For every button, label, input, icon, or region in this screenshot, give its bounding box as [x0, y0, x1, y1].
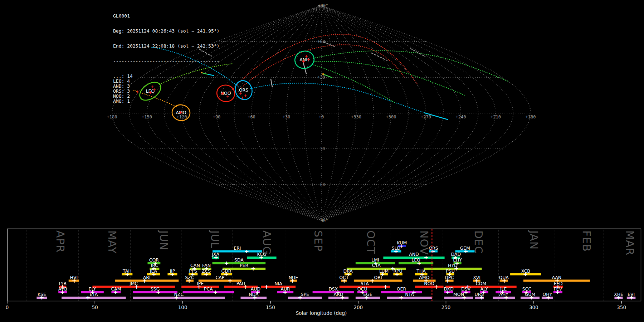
- radiant-plus-marker: [239, 92, 242, 95]
- sky-meridian-line: [252, 6, 321, 220]
- sky-longitude-label: +90: [213, 114, 221, 119]
- sky-longitude-label: +180: [526, 114, 536, 119]
- shower-row: ERI+SLD+ORS+GEM+: [213, 245, 474, 255]
- peak-marker-avb: +: [60, 289, 65, 296]
- peak-marker-tah: +: [125, 271, 130, 278]
- peak-marker-urs: +: [479, 294, 484, 301]
- peak-marker-mon: +: [462, 294, 467, 301]
- shower-label-cta: CTA: [372, 263, 381, 268]
- peak-marker-ipe: +: [197, 283, 201, 290]
- peak-marker-pca: +: [213, 289, 218, 296]
- sky-meridian-line: [182, 6, 321, 220]
- peak-marker-zcs: +: [204, 271, 209, 278]
- x-axis-tick-label: 100: [178, 304, 187, 310]
- peak-marker-kcg: +: [259, 254, 263, 261]
- x-axis-tick-label: 50: [92, 304, 98, 310]
- shower-label-eri: ERI: [234, 245, 241, 251]
- x-axis-tick-label: 200: [353, 304, 363, 310]
- peak-marker-ari: +: [142, 277, 147, 284]
- peak-marker-nta: +: [399, 294, 404, 301]
- peak-marker-oct: +: [342, 277, 346, 284]
- sky-latitude-label: -60: [317, 182, 325, 187]
- meteor-trail-dot: [312, 64, 394, 102]
- radiant-plus-marker: [151, 86, 154, 88]
- meteor-trail-dot: [250, 83, 423, 112]
- plus-icon: [151, 86, 154, 88]
- peak-marker-xcb: +: [523, 271, 528, 278]
- peak-marker-sta: +: [383, 283, 388, 290]
- peak-marker-cam: +: [113, 289, 118, 296]
- plus-icon: [239, 92, 242, 95]
- shower-label-cap: CAP: [215, 275, 224, 280]
- peak-marker-jmc: +: [134, 283, 139, 290]
- sky-meridian-line: [321, 6, 461, 220]
- meteor-trail-solid: [271, 79, 272, 87]
- sky-latitude-label: -30: [317, 146, 325, 151]
- peak-marker-evi: +: [629, 294, 634, 301]
- sky-grid: [112, 6, 531, 220]
- sky-longitude-label: +210: [491, 114, 501, 119]
- sky-longitude-label: +270: [421, 114, 431, 119]
- peak-marker-rpu: +: [395, 271, 399, 278]
- peak-marker-sda: +: [224, 260, 229, 267]
- shower-label-nta: NTA: [405, 292, 414, 297]
- x-axis-tick-label: 150: [266, 304, 275, 310]
- shower-row: KSE+ETA+NZC+NDA+SPE+ARD+EGE+NTA+MON+URS+…: [36, 292, 635, 301]
- shower-row: HVI+ARI+SZC+CAP+NUE+OCT+ORI+AMO+DPC+XVI+…: [69, 275, 590, 284]
- meteor-spark-point: [322, 73, 324, 75]
- peak-marker-eri: +: [244, 248, 249, 255]
- peak-marker-ege: +: [364, 294, 369, 301]
- radiant-plus-marker: [136, 91, 139, 93]
- x-axis-tick-label: 0: [6, 304, 9, 310]
- peak-marker-jxa: +: [214, 254, 218, 261]
- peak-marker-and: +: [424, 254, 428, 261]
- peak-marker-hvi: +: [72, 277, 77, 284]
- peak-marker-gum: +: [529, 294, 534, 301]
- sky-longitude-label: +120: [177, 114, 187, 119]
- sky-meridian-line: [321, 6, 513, 220]
- meteor-trail-dot: [160, 64, 233, 84]
- meteor-observation-screen: GL0001 Beg: 20251124 08:26:43 (sol = 241…: [0, 0, 644, 322]
- month-label-apr: APR: [54, 230, 67, 253]
- peak-marker-ohy: +: [546, 294, 551, 301]
- peak-marker-nda: +: [253, 294, 257, 301]
- sky-latitude-label: +60: [317, 39, 325, 44]
- meteor-trail-dash: [200, 49, 212, 56]
- shower-label-and: AND: [409, 252, 419, 257]
- peak-marker-ori: +: [370, 277, 375, 284]
- x-axis-tick-label: 250: [441, 304, 451, 310]
- sky-longitude-label: +240: [456, 114, 466, 119]
- peak-marker-nia: +: [264, 283, 269, 290]
- peak-marker-dkd: +: [445, 289, 450, 296]
- shower-label-oer: OER: [397, 286, 406, 292]
- shower-label-com: COM: [476, 281, 486, 286]
- meteor-trail-solid: [203, 73, 208, 74]
- radiant-label-ors: ORS: [239, 87, 249, 93]
- sky-longitude-label: +60: [248, 114, 255, 119]
- plus-icon: [136, 91, 139, 93]
- peak-marker-ahy: +: [504, 294, 508, 301]
- month-label-jul: JUL: [209, 230, 221, 249]
- month-label-mar: MAR: [624, 230, 636, 255]
- month-label-feb: FEB: [580, 230, 593, 252]
- meteor-trail-dot: [315, 61, 464, 95]
- peak-marker-szc: +: [187, 277, 191, 284]
- sky-longitude-label: +330: [351, 114, 361, 119]
- radiant-sky-map: +180+150+120+90+60+30+0+330+300+270+240+…: [0, 0, 644, 225]
- plus-icon: [244, 94, 247, 97]
- radiant-label-noo: NOO: [220, 91, 231, 96]
- shower-label-pca: PCA: [204, 286, 213, 292]
- sky-meridian-line: [269, 6, 321, 220]
- x-axis-tick-label: 350: [617, 304, 626, 310]
- month-label-oct: OCT: [365, 230, 377, 254]
- shower-label-nia: NIA: [274, 281, 282, 286]
- peak-marker-kse: +: [39, 294, 44, 301]
- peak-marker-jea: +: [151, 271, 156, 278]
- sky-longitude-label: +0: [319, 114, 324, 119]
- peak-marker-noo: +: [434, 283, 439, 290]
- peak-marker-dpc: +: [445, 277, 450, 284]
- peak-marker-gem: +: [463, 248, 468, 255]
- peak-marker-gdr: +: [224, 271, 229, 278]
- peak-marker-fev: +: [555, 289, 560, 296]
- x-axis-tick-label: 300: [529, 304, 538, 310]
